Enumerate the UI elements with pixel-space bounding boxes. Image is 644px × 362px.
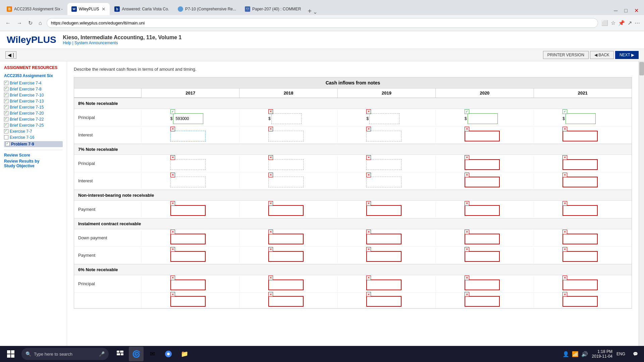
input-6pct-e-2018[interactable] — [268, 296, 304, 307]
maximize-button[interactable]: □ — [623, 6, 629, 15]
address-input[interactable] — [47, 18, 598, 28]
input-7pct-i-2021[interactable] — [562, 177, 598, 187]
cb-6pct-p-2018[interactable] — [268, 276, 273, 280]
cb-7pct-p-2021[interactable] — [562, 155, 567, 160]
cb-6pct-p-2020[interactable] — [465, 276, 469, 280]
input-inst-p-2021[interactable] — [562, 251, 598, 262]
cb-6pct-p-2019[interactable] — [366, 276, 371, 280]
tab-p710[interactable]: P7-10 (Comprehensive Re... — [174, 3, 240, 15]
input-6pct-e-2019[interactable] — [366, 296, 401, 307]
tab2-close-icon[interactable]: ✕ — [102, 6, 106, 12]
input-7pct-p-2020[interactable] — [465, 159, 500, 170]
sidebar-link-be715[interactable]: Brief Exercise 7-15 — [10, 105, 44, 110]
taskbar-edge[interactable]: 🌀 — [129, 347, 144, 361]
input-6pct-p-2017[interactable] — [170, 280, 206, 290]
cb-7pct-p-2019[interactable] — [366, 155, 371, 160]
checkbox-8pct-i-2021[interactable] — [562, 127, 567, 131]
help-link[interactable]: Help — [63, 41, 71, 45]
reader-view-button[interactable]: ⬜ — [601, 20, 608, 26]
input-6pct-p-2019[interactable] — [366, 280, 401, 290]
input-8pct-principal-2019[interactable] — [369, 113, 399, 124]
input-7pct-p-2017[interactable] — [170, 159, 206, 170]
input-8pct-interest-2021[interactable] — [562, 131, 598, 141]
home-button[interactable]: ⌂ — [37, 19, 43, 27]
review-results-link[interactable]: Review Results byStudy Objective — [4, 159, 63, 168]
input-6pct-p-2018[interactable] — [268, 280, 304, 290]
favorites-button[interactable]: ☆ — [611, 20, 615, 26]
sidebar-item-ex716[interactable]: Exercise 7-16 — [4, 135, 63, 140]
input-7pct-i-2017[interactable] — [170, 177, 206, 187]
sidebar-link-be78[interactable]: Brief Exercise 7-8 — [10, 87, 42, 92]
cb-6pct-p-2017[interactable] — [170, 276, 175, 280]
input-7pct-i-2019[interactable] — [366, 177, 401, 187]
sidebar-link-ex716[interactable]: Exercise 7-16 — [10, 135, 34, 140]
input-8pct-principal-2018[interactable] — [271, 113, 302, 124]
input-6pct-p-2020[interactable] — [465, 280, 500, 290]
sidebar-link-be74[interactable]: Brief Exercise 7-4 — [10, 81, 42, 85]
input-inst-p-2020[interactable] — [465, 251, 500, 262]
new-tab-button[interactable]: + — [308, 7, 312, 15]
cb-7pct-i-2017[interactable] — [170, 173, 175, 177]
back-nav-button[interactable]: ← — [4, 19, 12, 27]
refresh-button[interactable]: ↻ — [27, 18, 34, 27]
cb-inst-p-2019[interactable] — [366, 247, 371, 252]
sidebar-item-pr79[interactable]: Problem 7-9 — [4, 141, 63, 147]
input-7pct-p-2018[interactable] — [268, 159, 304, 170]
input-8pct-principal-2017[interactable] — [173, 113, 203, 124]
review-score-link[interactable]: Review Score — [4, 153, 63, 158]
cb-ni-p-2020[interactable] — [465, 201, 469, 206]
input-inst-p-2017[interactable] — [170, 251, 206, 262]
checkbox-8pct-p-2019[interactable] — [366, 109, 371, 114]
input-ni-p-2018[interactable] — [268, 205, 304, 216]
checkbox-8pct-p-2017[interactable] — [170, 109, 175, 114]
cb-inst-d-2017[interactable] — [170, 230, 175, 234]
printer-version-button[interactable]: PRINTER VERSION — [543, 51, 589, 59]
input-7pct-i-2018[interactable] — [268, 177, 304, 187]
sidebar-item-ex77[interactable]: Exercise 7-7 — [4, 129, 63, 134]
cb-6pct-e-2019[interactable] — [366, 292, 371, 297]
input-6pct-e-2020[interactable] — [465, 296, 500, 307]
checkbox-8pct-i-2020[interactable] — [465, 127, 469, 131]
cb-ni-p-2017[interactable] — [170, 201, 175, 206]
cb-6pct-e-2020[interactable] — [465, 292, 469, 297]
checkbox-8pct-i-2019[interactable] — [366, 127, 371, 131]
input-7pct-i-2020[interactable] — [465, 177, 500, 187]
start-button[interactable] — [3, 346, 19, 362]
checkbox-8pct-p-2020[interactable] — [465, 109, 469, 114]
sidebar-link-ex77[interactable]: Exercise 7-7 — [10, 129, 32, 134]
people-icon[interactable]: 👤 — [562, 351, 569, 357]
cb-inst-d-2020[interactable] — [465, 230, 469, 234]
checkbox-8pct-i-2017[interactable] — [170, 127, 175, 131]
tab-acc2353[interactable]: B ACC2353 Assignment Six - — [3, 3, 67, 15]
sidebar-link-be713[interactable]: Brief Exercise 7-13 — [10, 99, 44, 104]
input-inst-p-2018[interactable] — [268, 251, 304, 262]
sidebar-item-be78[interactable]: Brief Exercise 7-8 — [4, 87, 63, 92]
cb-inst-p-2021[interactable] — [562, 247, 567, 252]
input-8pct-interest-2017[interactable] — [170, 131, 206, 141]
sidebar-link-be720[interactable]: Brief Exercise 7-20 — [10, 111, 44, 116]
collapse-sidebar-button[interactable]: ◀ | — [5, 51, 16, 59]
volume-icon[interactable]: 🔊 — [581, 351, 588, 357]
cb-7pct-p-2018[interactable] — [268, 155, 273, 160]
cb-7pct-p-2020[interactable] — [465, 155, 469, 160]
taskbar-time[interactable]: 1:18 PM 2019-11-04 — [592, 349, 612, 359]
taskbar-chrome[interactable] — [161, 347, 176, 361]
cb-7pct-p-2017[interactable] — [170, 155, 175, 160]
input-6pct-e-2017[interactable] — [170, 296, 206, 307]
input-7pct-p-2021[interactable] — [562, 159, 598, 170]
network-icon[interactable]: 📶 — [572, 351, 579, 357]
input-7pct-p-2019[interactable] — [366, 159, 401, 170]
next-button[interactable]: NEXT ▶ — [615, 51, 639, 59]
tab-paper207[interactable]: 🛡 Paper-207 (40) : COMMER — [241, 3, 305, 15]
input-inst-d-2020[interactable] — [465, 234, 500, 244]
announcements-link[interactable]: System Announcements — [74, 41, 118, 45]
input-8pct-interest-2018[interactable] — [268, 131, 304, 141]
taskbar-mail[interactable]: ✉ — [145, 347, 160, 361]
sidebar-link-be710[interactable]: Brief Exercise 7-10 — [10, 93, 44, 98]
cb-7pct-i-2021[interactable] — [562, 173, 567, 177]
more-button[interactable]: ⋯ — [635, 20, 640, 26]
input-inst-d-2017[interactable] — [170, 234, 206, 244]
input-inst-p-2019[interactable] — [366, 251, 401, 262]
sidebar-item-be710[interactable]: Brief Exercise 7-10 — [4, 93, 63, 98]
cb-7pct-i-2020[interactable] — [465, 173, 469, 177]
